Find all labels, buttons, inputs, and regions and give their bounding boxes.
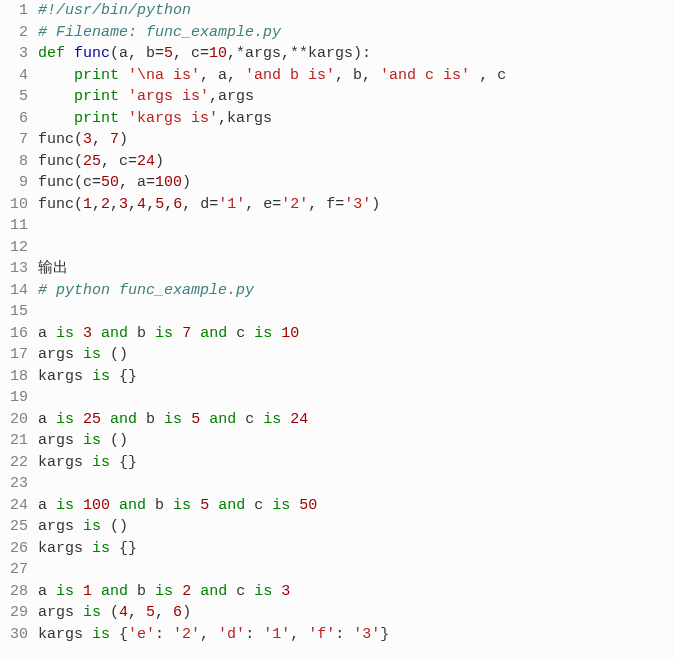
code-token: 10 [281, 325, 299, 342]
code-token: kargs [38, 626, 92, 643]
code-token: # python func_example.py [38, 282, 254, 299]
code-token: (a, b= [110, 45, 164, 62]
code-token: 5 [146, 604, 155, 621]
code-token: is [92, 368, 110, 385]
code-token: and [101, 325, 128, 342]
line-number: 8 [4, 151, 28, 173]
code-token: is [173, 497, 191, 514]
code-line: kargs is {'e': '2', 'd': '1', 'f': '3'} [38, 624, 674, 646]
code-token: #!/usr/bin/python [38, 2, 191, 19]
code-token: , [128, 196, 137, 213]
code-token: kargs [38, 454, 92, 471]
code-token: 50 [101, 174, 119, 191]
code-line: print '\na is', a, 'and b is', b, 'and c… [38, 65, 674, 87]
code-line: # python func_example.py [38, 280, 674, 302]
line-number: 29 [4, 602, 28, 624]
code-token: is [83, 604, 101, 621]
code-token [119, 67, 128, 84]
code-token [281, 411, 290, 428]
code-token: print [74, 67, 119, 84]
line-number: 24 [4, 495, 28, 517]
code-lines: #!/usr/bin/python# Filename: func_exampl… [38, 0, 674, 645]
code-token: and [101, 583, 128, 600]
code-token: 50 [299, 497, 317, 514]
line-number: 20 [4, 409, 28, 431]
code-token: , [92, 196, 101, 213]
code-token [182, 411, 191, 428]
code-token: print [74, 110, 119, 127]
code-token: , c [470, 67, 506, 84]
code-token: {} [110, 368, 137, 385]
code-token [74, 497, 83, 514]
code-line [38, 387, 674, 409]
code-token: 100 [155, 174, 182, 191]
code-token: , [290, 626, 308, 643]
code-token: and [200, 325, 227, 342]
code-token: print [74, 88, 119, 105]
code-token: 'and c is' [380, 67, 470, 84]
code-token: '3' [353, 626, 380, 643]
code-token: 25 [83, 411, 101, 428]
code-token: 输出 [38, 260, 68, 277]
code-token [191, 325, 200, 342]
code-token: , [155, 604, 173, 621]
code-token: 100 [83, 497, 110, 514]
code-token [119, 88, 128, 105]
code-line: args is (4, 5, 6) [38, 602, 674, 624]
code-token: , d= [182, 196, 218, 213]
code-token: is [155, 325, 173, 342]
code-line: 输出 [38, 258, 674, 280]
code-token: '2' [173, 626, 200, 643]
code-token: {} [110, 454, 137, 471]
code-token: { [110, 626, 128, 643]
code-token: and [200, 583, 227, 600]
code-line: args is () [38, 516, 674, 538]
code-token [173, 583, 182, 600]
code-token: ,args [209, 88, 254, 105]
code-token: 24 [290, 411, 308, 428]
line-number: 26 [4, 538, 28, 560]
code-token: is [272, 497, 290, 514]
code-token: ) [371, 196, 380, 213]
code-token: , [200, 626, 218, 643]
line-number: 15 [4, 301, 28, 323]
code-token [74, 583, 83, 600]
code-token: {} [110, 540, 137, 557]
code-line: kargs is {} [38, 366, 674, 388]
code-token [92, 325, 101, 342]
code-token: , c= [101, 153, 137, 170]
code-token: 5 [164, 45, 173, 62]
code-line: func(25, c=24) [38, 151, 674, 173]
code-token: is [56, 497, 74, 514]
code-token: is [263, 411, 281, 428]
code-token: 'kargs is' [128, 110, 218, 127]
code-token: is [254, 325, 272, 342]
code-line: func(3, 7) [38, 129, 674, 151]
code-token: 'e' [128, 626, 155, 643]
code-token: b [137, 411, 164, 428]
line-number: 30 [4, 624, 28, 646]
code-line: # Filename: func_example.py [38, 22, 674, 44]
code-token: 3 [83, 325, 92, 342]
code-token: a [38, 583, 56, 600]
code-token: 2 [182, 583, 191, 600]
line-number: 9 [4, 172, 28, 194]
code-token: 6 [173, 196, 182, 213]
code-line: kargs is {} [38, 538, 674, 560]
code-token [119, 110, 128, 127]
code-line: def func(a, b=5, c=10,*args,**kargs): [38, 43, 674, 65]
code-token: and [110, 411, 137, 428]
line-number: 13 [4, 258, 28, 280]
code-token [173, 325, 182, 342]
line-number: 1 [4, 0, 28, 22]
code-token: ( [101, 604, 119, 621]
code-token [38, 67, 74, 84]
code-token: func( [38, 196, 83, 213]
code-token: , f= [308, 196, 344, 213]
code-line: a is 25 and b is 5 and c is 24 [38, 409, 674, 431]
code-token: 'and b is' [245, 67, 335, 84]
code-token: , [146, 196, 155, 213]
code-token [110, 497, 119, 514]
line-number: 7 [4, 129, 28, 151]
line-number: 19 [4, 387, 28, 409]
